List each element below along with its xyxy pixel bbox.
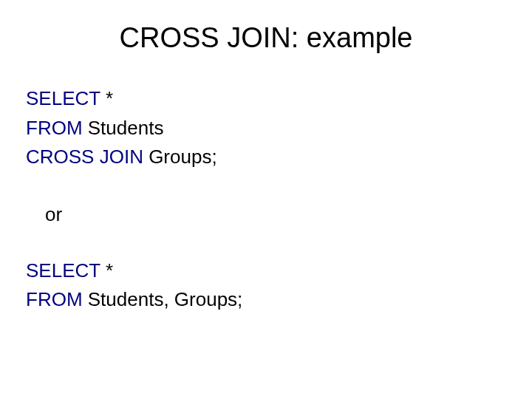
kw-from: FROM bbox=[26, 117, 83, 139]
query2-line1: SELECT * bbox=[26, 257, 506, 285]
slide-content: SELECT * FROM Students CROSS JOIN Groups… bbox=[26, 85, 506, 314]
kw-select: SELECT bbox=[26, 259, 100, 282]
spacer bbox=[26, 229, 506, 257]
from-tables: Students, Groups; bbox=[83, 288, 243, 310]
query1-line2: FROM Students bbox=[26, 115, 506, 143]
star: * bbox=[100, 87, 113, 109]
cross-table: Groups; bbox=[143, 146, 217, 168]
query1-line1: SELECT * bbox=[26, 85, 506, 113]
spacer bbox=[26, 173, 506, 201]
from-table: Students bbox=[83, 117, 164, 139]
kw-cross-join: CROSS JOIN bbox=[26, 146, 143, 168]
kw-from: FROM bbox=[26, 288, 83, 310]
query2-line2: FROM Students, Groups; bbox=[26, 286, 506, 314]
kw-select: SELECT bbox=[26, 87, 100, 109]
query1-line3: CROSS JOIN Groups; bbox=[26, 143, 506, 171]
or-text: or bbox=[26, 201, 506, 229]
star: * bbox=[100, 259, 113, 282]
slide-title: CROSS JOIN: example bbox=[26, 22, 506, 54]
